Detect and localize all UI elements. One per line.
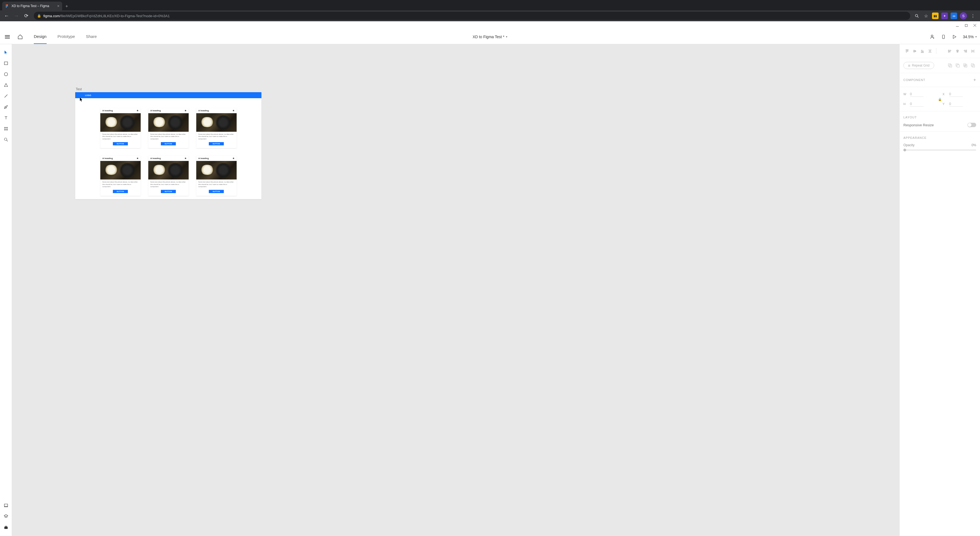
- card-button[interactable]: BUTTON: [161, 142, 176, 145]
- add-component-icon[interactable]: +: [974, 77, 976, 82]
- responsive-resize-label: Responsive Resize: [904, 123, 934, 127]
- back-button[interactable]: ←: [2, 11, 11, 20]
- opacity-slider[interactable]: [904, 150, 976, 150]
- boolean-exclude-icon[interactable]: [970, 62, 976, 69]
- artboard[interactable]: LOGO A heading★Some text about the pictu…: [75, 92, 261, 199]
- boolean-subtract-icon[interactable]: [955, 62, 961, 69]
- polygon-tool[interactable]: [0, 80, 12, 91]
- card-image: [196, 113, 237, 132]
- card-heading: A heading: [199, 109, 209, 112]
- card[interactable]: A heading★Some text about the picture ab…: [196, 156, 237, 196]
- lock-aspect-icon[interactable]: 🔒: [938, 98, 942, 101]
- responsive-resize-toggle[interactable]: [967, 123, 976, 127]
- card-text: Some text about the picture above, no id…: [199, 133, 234, 140]
- svg-point-11: [931, 35, 933, 37]
- align-bottom-icon[interactable]: [919, 48, 926, 54]
- bookmark-star-icon[interactable]: ☆: [923, 13, 929, 19]
- play-preview-icon[interactable]: [952, 34, 957, 39]
- height-field[interactable]: H0: [904, 102, 937, 107]
- maximize-icon[interactable]: [964, 24, 968, 27]
- minimize-icon[interactable]: [956, 24, 959, 27]
- chevron-down-icon: ▾: [975, 35, 977, 38]
- text-tool[interactable]: [0, 112, 12, 123]
- search-icon[interactable]: [913, 13, 920, 19]
- invite-icon[interactable]: [929, 34, 935, 40]
- svg-rect-64: [964, 65, 966, 66]
- card-image: [148, 113, 189, 132]
- mobile-preview-icon[interactable]: [941, 34, 946, 39]
- svg-rect-8: [965, 24, 967, 27]
- tab-share[interactable]: Share: [86, 29, 97, 44]
- svg-line-21: [5, 95, 8, 98]
- svg-point-19: [4, 73, 8, 76]
- extension-icon-3[interactable]: ▭: [951, 13, 957, 19]
- card[interactable]: A heading★Some text about the picture ab…: [148, 108, 189, 148]
- browser-tab[interactable]: XD to Figma Test – Figma ×: [2, 2, 62, 10]
- align-right-icon[interactable]: [961, 48, 969, 54]
- x-field[interactable]: X0: [943, 92, 977, 97]
- home-button[interactable]: [15, 34, 25, 40]
- zoom-tool[interactable]: [0, 134, 12, 145]
- line-tool[interactable]: [0, 91, 12, 102]
- card-button[interactable]: BUTTON: [113, 190, 128, 193]
- hamburger-menu-icon[interactable]: [3, 34, 12, 40]
- tab-close-icon[interactable]: ×: [57, 4, 59, 8]
- close-icon[interactable]: [973, 24, 977, 27]
- svg-point-28: [4, 138, 7, 140]
- artboard-label[interactable]: Test: [76, 87, 82, 91]
- canvas[interactable]: Test LOGO A heading★Some text about the …: [12, 44, 899, 536]
- svg-rect-65: [971, 64, 974, 66]
- zoom-dropdown[interactable]: 34.5% ▾: [963, 35, 977, 39]
- svg-rect-32: [4, 527, 8, 529]
- card-button[interactable]: BUTTON: [209, 142, 224, 145]
- svg-point-4: [6, 6, 7, 8]
- tab-design[interactable]: Design: [34, 29, 47, 44]
- profile-avatar[interactable]: S: [960, 12, 967, 19]
- forward-button[interactable]: →: [12, 11, 21, 20]
- artboard-header: LOGO: [75, 92, 261, 98]
- opacity-value: 0%: [972, 143, 976, 147]
- artboard-tool[interactable]: [0, 123, 12, 134]
- card[interactable]: A heading★Some text about the picture ab…: [148, 156, 189, 196]
- svg-rect-49: [949, 51, 950, 52]
- width-field[interactable]: W0: [904, 92, 937, 97]
- kebab-menu-icon[interactable]: ⋮: [970, 13, 976, 19]
- select-tool[interactable]: [0, 47, 12, 58]
- tab-prototype[interactable]: Prototype: [57, 29, 75, 44]
- distribute-vertical-icon[interactable]: [926, 48, 933, 54]
- y-field[interactable]: Y0: [943, 102, 977, 107]
- align-top-icon[interactable]: [904, 48, 910, 54]
- extension-icon-2[interactable]: ✦: [941, 13, 948, 19]
- new-tab-button[interactable]: +: [62, 2, 71, 10]
- boolean-add-icon[interactable]: [947, 62, 953, 69]
- reload-button[interactable]: ⟳: [22, 11, 30, 20]
- card[interactable]: A heading★Some text about the picture ab…: [100, 108, 141, 148]
- plugins-panel-icon[interactable]: [0, 522, 12, 533]
- distribute-horizontal-icon[interactable]: [969, 48, 976, 54]
- assets-panel-icon[interactable]: [0, 500, 12, 511]
- svg-point-3: [7, 5, 8, 6]
- align-center-icon[interactable]: [954, 48, 961, 54]
- card-text: Some text about the picture above, no id…: [151, 133, 186, 140]
- align-middle-icon[interactable]: [911, 48, 918, 54]
- svg-rect-30: [4, 504, 8, 507]
- zoom-value: 34.5%: [963, 35, 974, 39]
- card-button[interactable]: BUTTON: [209, 190, 224, 193]
- pen-tool[interactable]: [0, 102, 12, 112]
- ellipse-tool[interactable]: [0, 69, 12, 80]
- align-left-icon[interactable]: [946, 48, 953, 54]
- address-bar[interactable]: 🔒 figma.com/file/iWEpGWBkcFqVdZdhL8LKEc/…: [34, 12, 910, 20]
- layers-panel-icon[interactable]: [0, 511, 12, 522]
- document-title[interactable]: XD to Figma Test * ▾: [473, 35, 508, 39]
- card[interactable]: A heading★Some text about the picture ab…: [196, 108, 237, 148]
- extension-icon-1[interactable]: ▮▮: [932, 13, 939, 19]
- properties-panel: ⊞ Repeat Grid COMPONENT + W0 🔒 X0 H0: [899, 44, 980, 536]
- card-button[interactable]: BUTTON: [161, 190, 176, 193]
- card-button[interactable]: BUTTON: [113, 142, 128, 145]
- boolean-intersect-icon[interactable]: [962, 62, 969, 69]
- svg-rect-55: [965, 51, 966, 52]
- rectangle-tool[interactable]: [0, 58, 12, 69]
- card[interactable]: A heading★Some text about the picture ab…: [100, 156, 141, 196]
- repeat-grid-button[interactable]: ⊞ Repeat Grid: [904, 62, 934, 69]
- repeat-grid-icon: ⊞: [908, 64, 910, 67]
